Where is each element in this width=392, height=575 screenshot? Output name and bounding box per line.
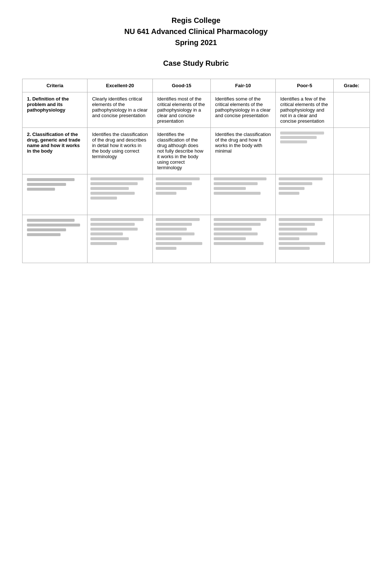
row1-excellent: Clearly identifies critical elements of … (87, 92, 152, 128)
col-header-excellent: Excellent-20 (87, 79, 152, 92)
header-line3: Spring 2021 (175, 38, 217, 47)
row4-good (152, 215, 210, 263)
header-line1: Regis College (172, 16, 220, 24)
row4-poor (276, 215, 334, 263)
row3-grade (333, 174, 369, 215)
row4-criteria (23, 215, 87, 263)
table-header-row: Criteria Excellent-20 Good-15 Fair-10 Po… (23, 79, 370, 92)
row1-criteria: 1. Definition of the problem and its pat… (23, 92, 87, 128)
row4-grade (333, 215, 369, 263)
row3-good (152, 174, 210, 215)
table-row (23, 215, 370, 263)
page-title: Case Study Rubric (22, 59, 370, 68)
row2-fair: Identifies the classification of the dru… (210, 128, 275, 174)
row3-fair (210, 174, 275, 215)
rubric-table: Criteria Excellent-20 Good-15 Fair-10 Po… (22, 79, 370, 263)
table-row: 1. Definition of the problem and its pat… (23, 92, 370, 128)
row4-fair (210, 215, 275, 263)
col-header-fair: Fair-10 (210, 79, 275, 92)
page-header: Regis College NU 641 Advanced Clinical P… (22, 15, 370, 48)
row2-poor (276, 128, 334, 174)
row2-good: Identifies the classification of the dru… (152, 128, 210, 174)
row1-grade (333, 92, 369, 128)
row1-fair: Identifies some of the critical elements… (210, 92, 275, 128)
row2-grade (333, 128, 369, 174)
table-row (23, 174, 370, 215)
col-header-grade: Grade: (333, 79, 369, 92)
table-row: 2. Classification of the drug, generic a… (23, 128, 370, 174)
row2-poor-blurred (280, 132, 329, 143)
col-header-good: Good-15 (152, 79, 210, 92)
header-line2: NU 641 Advanced Clinical Pharmacology (124, 27, 268, 35)
col-header-poor: Poor-5 (276, 79, 334, 92)
col-header-criteria: Criteria (23, 79, 87, 92)
row1-good: Identifies most of the critical elements… (152, 92, 210, 128)
row3-excellent (87, 174, 152, 215)
row1-poor: Identifies a few of the critical element… (276, 92, 334, 128)
row2-criteria: 2. Classification of the drug, generic a… (23, 128, 87, 174)
row3-criteria (23, 174, 87, 215)
row3-poor (276, 174, 334, 215)
row2-excellent: Identifies the classification of the dru… (87, 128, 152, 174)
row4-excellent (87, 215, 152, 263)
